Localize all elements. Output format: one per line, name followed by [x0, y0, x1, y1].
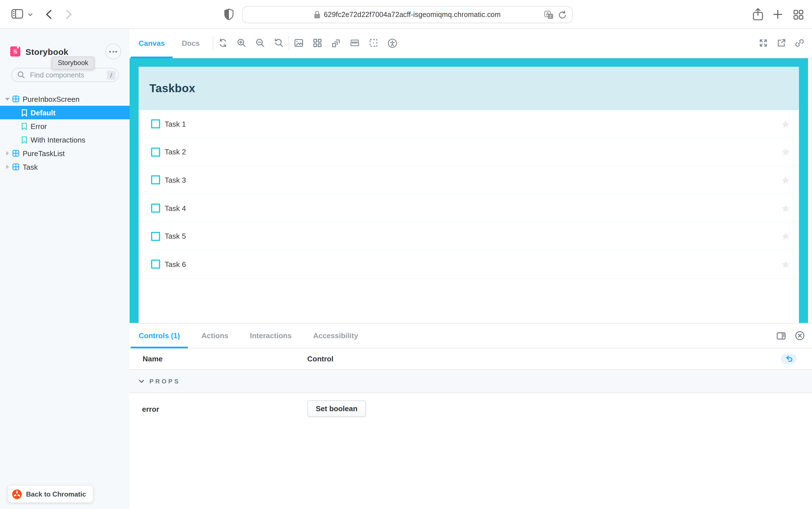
taskbox-app: Taskbox Task 1 Task 2	[139, 67, 799, 323]
background-image-icon[interactable]	[294, 38, 303, 47]
tab-accessibility[interactable]: Accessibility	[305, 324, 366, 348]
toolbar-divider	[289, 36, 289, 50]
tab-actions[interactable]: Actions	[194, 324, 236, 348]
taskbox-header: Taskbox	[139, 67, 799, 110]
pin-star-icon[interactable]	[781, 120, 790, 128]
story-tree: PureInboxScreen Default Error	[0, 92, 130, 174]
task-checkbox[interactable]	[151, 204, 160, 213]
search-box[interactable]: /	[11, 68, 119, 82]
task-row[interactable]: Task 4	[139, 195, 799, 223]
pin-star-icon[interactable]	[781, 260, 790, 269]
task-checkbox[interactable]	[151, 260, 160, 269]
chromatic-logo-icon	[12, 489, 22, 499]
pin-star-icon[interactable]	[781, 148, 790, 157]
zoom-out-icon[interactable]	[256, 38, 265, 47]
forward-icon[interactable]	[66, 10, 72, 19]
viewport-icon[interactable]	[332, 38, 340, 47]
zoom-in-icon[interactable]	[237, 38, 246, 47]
close-panel-icon[interactable]	[795, 331, 805, 340]
story-bookmark-icon	[22, 136, 27, 143]
props-section-label: PROPS	[150, 378, 180, 384]
chevron-down-icon[interactable]	[28, 13, 33, 16]
section-chevron-down-icon	[139, 379, 144, 383]
url-address-bar[interactable]: 629fc2e72d22f7004a72acff-isgeomiqmq.chro…	[242, 6, 573, 23]
task-row[interactable]: Task 2	[139, 138, 799, 166]
grid-icon[interactable]	[313, 38, 322, 47]
shield-privacy-icon[interactable]	[224, 8, 234, 20]
task-checkbox[interactable]	[151, 147, 160, 157]
expander-right-icon[interactable]	[4, 165, 10, 169]
task-row[interactable]: Task 3	[139, 166, 799, 194]
canvas-toolbar: Canvas Docs	[130, 28, 812, 58]
search-icon	[18, 71, 25, 79]
lock-icon	[314, 11, 321, 19]
brand-tooltip: Storybook	[52, 57, 95, 70]
tree-story-error[interactable]: Error	[0, 119, 130, 133]
addon-panel: Controls (1) Actions Interactions Access…	[130, 323, 812, 509]
addon-tabbar: Controls (1) Actions Interactions Access…	[130, 324, 812, 348]
tab-controls[interactable]: Controls (1)	[131, 324, 188, 348]
pin-star-icon[interactable]	[781, 232, 790, 240]
back-icon[interactable]	[45, 10, 52, 19]
tree-component-pureinboxscreen[interactable]: PureInboxScreen	[0, 92, 130, 106]
tree-story-with-interactions[interactable]: With Interactions	[0, 133, 130, 146]
svg-text:文: 文	[549, 14, 552, 18]
accessibility-icon[interactable]	[388, 38, 397, 48]
task-row[interactable]: Task 5	[139, 223, 799, 250]
panel-position-icon[interactable]	[776, 331, 786, 340]
fullscreen-icon[interactable]	[759, 38, 768, 47]
sidebar-menu-button[interactable]	[105, 43, 121, 59]
expander-right-icon[interactable]	[4, 151, 10, 156]
tab-docs[interactable]: Docs	[174, 28, 208, 58]
brand-title: Storybook	[26, 47, 68, 56]
main-area: Canvas Docs	[130, 28, 812, 509]
expander-down-icon[interactable]	[4, 98, 10, 100]
tree-component-puretasklist[interactable]: PureTaskList	[0, 146, 130, 160]
pin-star-icon[interactable]	[781, 204, 790, 212]
tab-canvas[interactable]: Canvas	[131, 28, 173, 58]
tab-interactions[interactable]: Interactions	[242, 324, 299, 348]
task-row[interactable]: Task 6	[139, 250, 799, 278]
story-preview-iframe: Taskbox Task 1 Task 2	[130, 58, 808, 323]
search-input[interactable]	[29, 70, 107, 79]
props-section-header[interactable]: PROPS	[130, 370, 812, 393]
controls-table-header: Name Control	[130, 348, 812, 370]
set-boolean-button[interactable]: Set boolean	[307, 400, 366, 417]
translate-icon[interactable]: A 文	[544, 10, 553, 19]
browser-sidebar-toggle-icon[interactable]	[11, 9, 23, 19]
tree-component-task[interactable]: Task	[0, 160, 130, 174]
new-tab-icon[interactable]	[773, 10, 783, 19]
tab-overview-icon[interactable]	[793, 10, 804, 20]
control-name-label: error	[142, 405, 159, 413]
column-control: Control	[307, 354, 333, 363]
reset-controls-button[interactable]	[781, 353, 797, 364]
reload-icon[interactable]	[558, 10, 566, 19]
toolbar-divider	[213, 36, 213, 50]
sidebar: S Storybook Storybook /	[0, 28, 130, 509]
tree-story-default[interactable]: Default	[0, 106, 130, 119]
task-row[interactable]: Task 1	[139, 110, 799, 138]
task-checkbox[interactable]	[151, 232, 160, 241]
screenshot-root: 629fc2e72d22f7004a72acff-isgeomiqmq.chro…	[0, 0, 812, 509]
column-name: Name	[130, 354, 163, 363]
open-external-icon[interactable]	[777, 38, 786, 47]
story-bookmark-icon	[22, 109, 27, 116]
preview-right-gutter	[808, 58, 812, 323]
story-bookmark-icon	[22, 123, 27, 130]
link-icon[interactable]	[795, 38, 804, 47]
task-checkbox[interactable]	[151, 176, 160, 185]
search-shortcut-badge: /	[107, 70, 116, 79]
remount-refresh-icon[interactable]	[219, 38, 227, 47]
task-checkbox[interactable]	[151, 120, 160, 129]
zoom-reset-icon[interactable]	[274, 38, 284, 47]
share-icon[interactable]	[753, 8, 764, 20]
pin-star-icon[interactable]	[781, 176, 790, 184]
browser-toolbar: 629fc2e72d22f7004a72acff-isgeomiqmq.chro…	[0, 0, 812, 29]
component-icon	[12, 150, 19, 157]
component-icon	[12, 96, 19, 102]
preview-zone: Taskbox Task 1 Task 2	[130, 58, 812, 323]
outline-icon[interactable]	[369, 38, 378, 47]
measure-ruler-icon[interactable]	[350, 38, 359, 47]
storybook-logo-icon: S	[10, 46, 20, 57]
back-to-chromatic-button[interactable]: Back to Chromatic	[7, 485, 93, 503]
